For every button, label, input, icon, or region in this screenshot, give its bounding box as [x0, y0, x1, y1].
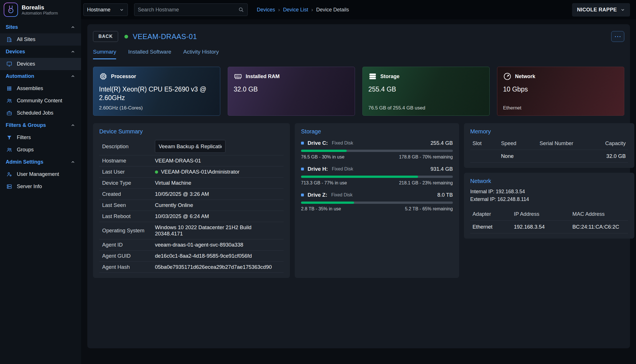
table-row: Created 10/05/2025 @ 3:26 AM: [99, 189, 284, 200]
search-filter-dropdown[interactable]: Hostname: [83, 3, 128, 16]
stat-title: Network: [515, 74, 535, 80]
internal-ip: Internal IP: 192.168.3.54: [470, 188, 628, 196]
row-label: Hostname: [102, 158, 155, 164]
drive-usage-bar: [301, 150, 453, 152]
tab-bar: Summary Installed Software Activity Hist…: [93, 49, 624, 59]
drive-remaining-label: 5.2 TB - 65% remaining: [405, 206, 453, 212]
row-label: Last User: [102, 169, 155, 175]
drive-used-label: 2.8 TB - 35% in use: [301, 206, 341, 212]
card-title: Storage: [301, 128, 453, 135]
stat-cards: Processor Intel(R) Xeon(R) CPU E5-2690 v…: [93, 67, 624, 116]
sidebar-section-filters-groups[interactable]: Filters & Groups: [0, 119, 81, 131]
sidebar-section-admin-settings[interactable]: Admin Settings: [0, 156, 81, 168]
sidebar-item-community-content[interactable]: Community Content: [0, 95, 81, 107]
drive-usage-bar: [301, 202, 453, 204]
row-value: 05ba0e7935171d626ecea29b27d7ae175363cd90: [155, 264, 272, 270]
sidebar-item-label: User Management: [17, 171, 59, 177]
adapter-mac: BC:24:11:CA:C6:2C: [572, 224, 626, 230]
people-icon: [6, 98, 12, 104]
sidebar-item-groups[interactable]: Groups: [0, 144, 81, 156]
tab-activity-history[interactable]: Activity History: [183, 49, 219, 59]
sidebar-item-label: Filters: [17, 135, 31, 141]
card-title: Memory: [470, 128, 628, 135]
row-value: de16c0c1-8aa2-4d18-9585-9ce91cf056fd: [155, 253, 252, 259]
sidebar-item-assemblies[interactable]: Assemblies: [0, 82, 81, 95]
table-row: Ethernet 192.168.3.54 BC:24:11:CA:C6:2C: [470, 221, 628, 233]
drive-name: Drive C:: [308, 140, 328, 146]
breadcrumb-device-list[interactable]: Device List: [283, 7, 308, 13]
description-input[interactable]: [155, 140, 225, 153]
table-row: Hostname VEEAM-DRAAS-01: [99, 155, 284, 166]
sidebar-section-sites[interactable]: Sites: [0, 21, 81, 33]
breadcrumb: Devices › Device List › Device Details: [257, 7, 349, 13]
sidebar-section-devices[interactable]: Devices: [0, 46, 81, 58]
sidebar-item-scheduled-jobs[interactable]: Scheduled Jobs: [0, 107, 81, 119]
section-label: Devices: [6, 49, 25, 55]
more-options-button[interactable]: ⋯: [611, 31, 624, 42]
drive-z-block: Drive Z: Fixed Disk 8.0 TB 2.8 TB - 35% …: [301, 192, 453, 212]
device-summary-card: Device Summary Description Hostname VEEA…: [93, 123, 290, 278]
adapter-ip: 192.168.3.54: [514, 224, 572, 230]
search-input[interactable]: [138, 7, 238, 13]
search-icon[interactable]: [238, 7, 244, 13]
user-menu-button[interactable]: NICOLE RAPPE: [572, 3, 630, 17]
tab-summary[interactable]: Summary: [93, 49, 116, 59]
column-header: Serial Number: [540, 140, 605, 147]
tab-installed-software[interactable]: Installed Software: [128, 49, 171, 59]
external-ip: External IP: 162.248.8.114: [470, 196, 628, 203]
drive-h-block: Drive H: Fixed Disk 931.4 GB 713.3 GB - …: [301, 166, 453, 186]
drive-name: Drive Z:: [308, 192, 327, 198]
sidebar-item-user-management[interactable]: User Management: [0, 168, 81, 180]
device-header: BACK VEEAM-DRAAS-01 ⋯: [93, 31, 624, 42]
device-details-panel: BACK VEEAM-DRAAS-01 ⋯ Summary Installed …: [87, 24, 630, 348]
column-header: IP Address: [514, 211, 572, 217]
gauge-icon: [503, 72, 512, 81]
drive-type: Fixed Disk: [332, 141, 353, 146]
column-header: Speed: [501, 140, 540, 147]
grid-icon: [6, 86, 12, 91]
table-row: Operating System Windows 10 2022 Datacen…: [99, 222, 284, 239]
briefcase-icon: [6, 110, 12, 116]
row-label: Last Seen: [102, 202, 155, 208]
drive-size: 8.0 TB: [437, 192, 453, 198]
ram-icon: [234, 72, 242, 81]
storage-stack-icon: [368, 72, 377, 81]
section-label: Filters & Groups: [6, 122, 46, 128]
column-header: MAC Address: [572, 211, 626, 217]
chevron-up-icon: [70, 25, 75, 30]
memory-capacity: 32.0 GB: [605, 153, 626, 159]
stat-title: Installed RAM: [246, 74, 280, 80]
sidebar-item-label: Devices: [17, 61, 35, 67]
sidebar-item-label: Community Content: [17, 98, 62, 104]
table-row: Last User VEEAM-DRAAS-01\Administrator: [99, 166, 284, 178]
cpu-icon: [99, 72, 108, 81]
storage-card: Storage 255.4 GB 76.5 GB of 255.4 GB use…: [362, 67, 490, 116]
chevron-up-icon: [70, 160, 75, 164]
funnel-icon: [6, 135, 12, 141]
sidebar-item-server-info[interactable]: Server Info: [0, 180, 81, 193]
row-value: 10/05/2025 @ 3:26 AM: [155, 191, 209, 197]
sidebar-item-devices[interactable]: Devices: [0, 58, 81, 70]
stat-title: Processor: [111, 74, 136, 80]
drive-used-label: 713.3 GB - 77% in use: [301, 180, 347, 186]
stat-subtitle: 76.5 GB of 255.4 GB used: [368, 105, 425, 111]
sidebar-item-label: Scheduled Jobs: [17, 110, 53, 116]
online-status-dot: [155, 170, 158, 174]
row-label: Operating System: [102, 227, 155, 234]
ram-card: Installed RAM 32.0 GB: [228, 67, 355, 116]
card-title: Network: [470, 178, 628, 184]
drive-bullet-icon: [301, 142, 304, 145]
stat-subtitle: 2.60GHz (16-Cores): [99, 105, 143, 111]
search-box: [134, 3, 248, 16]
right-column: Memory Slot Speed Serial Number Capacity…: [464, 123, 634, 239]
row-value: veeam-draas-01-agent-svc-8930a338: [155, 242, 243, 248]
breadcrumb-devices[interactable]: Devices: [257, 7, 275, 13]
sidebar-section-automation[interactable]: Automation: [0, 70, 81, 82]
back-button[interactable]: BACK: [93, 31, 118, 42]
drive-remaining-label: 178.8 GB - 70% remaining: [399, 154, 453, 160]
sidebar-item-filters[interactable]: Filters: [0, 131, 81, 144]
drive-name: Drive H:: [308, 166, 328, 172]
row-value: Virtual Machine: [155, 180, 191, 186]
sidebar-item-all-sites[interactable]: All Sites: [0, 33, 81, 46]
row-value: 10/03/2025 @ 6:24 AM: [155, 213, 209, 219]
